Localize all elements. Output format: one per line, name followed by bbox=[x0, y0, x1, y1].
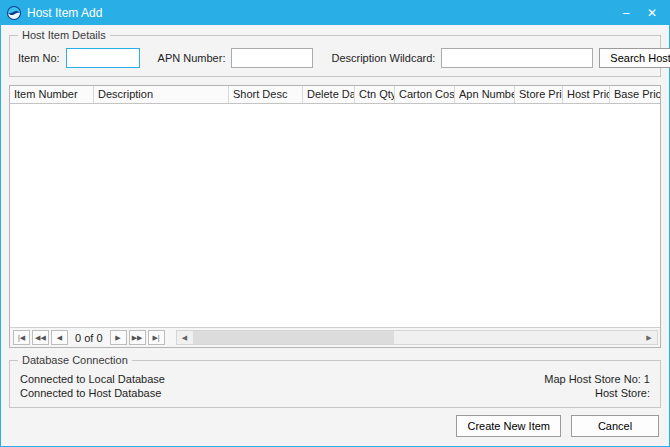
host-item-details-legend: Host Item Details bbox=[18, 29, 110, 41]
horizontal-scrollbar[interactable]: ◀ ▶ bbox=[176, 330, 658, 345]
database-connection-legend: Database Connection bbox=[18, 354, 132, 366]
pager-first-button[interactable]: |◀ bbox=[13, 330, 30, 345]
pager-count-text: 0 of 0 bbox=[75, 332, 103, 344]
item-no-input[interactable] bbox=[66, 48, 140, 68]
footer-button-bar: Create New Item Cancel bbox=[1, 414, 669, 446]
local-database-status: Connected to Local Database bbox=[20, 373, 165, 385]
host-item-add-window: Host Item Add – ✕ Host Item Details Item… bbox=[0, 0, 670, 447]
scroll-left-icon[interactable]: ◀ bbox=[177, 331, 193, 344]
window-title: Host Item Add bbox=[27, 6, 613, 20]
pager-prev-page-button[interactable]: ◀◀ bbox=[32, 330, 49, 345]
cancel-button[interactable]: Cancel bbox=[571, 415, 659, 437]
scrollbar-thumb[interactable] bbox=[193, 331, 395, 344]
column-header-host-price[interactable]: Host Price bbox=[563, 86, 610, 103]
column-header-apn-number[interactable]: Apn Number bbox=[455, 86, 515, 103]
scroll-right-icon[interactable]: ▶ bbox=[641, 331, 657, 344]
title-bar: Host Item Add – ✕ bbox=[1, 1, 669, 25]
grid-header-row: Item Number Description Short Desc Delet… bbox=[10, 86, 660, 104]
column-header-item-number[interactable]: Item Number bbox=[10, 86, 94, 103]
item-no-label: Item No: bbox=[18, 52, 60, 64]
description-wildcard-label: Description Wildcard: bbox=[331, 52, 435, 64]
grid-empty-body[interactable] bbox=[10, 104, 660, 327]
grid-footer: |◀ ◀◀ ◀ 0 of 0 ▶ ▶▶ ▶| ◀ ▶ bbox=[10, 327, 660, 347]
host-store-label: Host Store: bbox=[595, 387, 650, 399]
scrollbar-track[interactable] bbox=[193, 331, 641, 344]
host-items-grid: Item Number Description Short Desc Delet… bbox=[9, 85, 661, 348]
database-connection-group: Database Connection Connected to Local D… bbox=[9, 360, 661, 408]
apn-number-label: APN Number: bbox=[158, 52, 226, 64]
map-host-store-label: Map Host Store No: 1 bbox=[544, 373, 650, 385]
host-item-details-group: Host Item Details Item No: APN Number: D… bbox=[9, 35, 661, 77]
column-header-short-desc[interactable]: Short Desc bbox=[229, 86, 303, 103]
close-button[interactable]: ✕ bbox=[639, 3, 665, 23]
column-header-description[interactable]: Description bbox=[94, 86, 229, 103]
pager-prev-button[interactable]: ◀ bbox=[51, 330, 68, 345]
apn-number-input[interactable] bbox=[231, 48, 313, 68]
column-header-base-price[interactable]: Base Price bbox=[610, 86, 660, 103]
column-header-delete-date[interactable]: Delete Date bbox=[303, 86, 355, 103]
pager-last-button[interactable]: ▶| bbox=[148, 330, 165, 345]
description-wildcard-input[interactable] bbox=[441, 48, 593, 68]
minimize-button[interactable]: – bbox=[613, 3, 639, 23]
host-database-status: Connected to Host Database bbox=[20, 387, 161, 399]
search-host-database-button[interactable]: Search Host Database bbox=[599, 48, 670, 68]
pager-next-button[interactable]: ▶ bbox=[110, 330, 127, 345]
column-header-ctn-qty[interactable]: Ctn Qty bbox=[355, 86, 395, 103]
app-icon bbox=[7, 6, 21, 20]
pager-next-page-button[interactable]: ▶▶ bbox=[129, 330, 146, 345]
create-new-item-button[interactable]: Create New Item bbox=[456, 415, 561, 437]
column-header-carton-cost[interactable]: Carton Cost bbox=[395, 86, 455, 103]
column-header-store-price[interactable]: Store Price bbox=[515, 86, 563, 103]
